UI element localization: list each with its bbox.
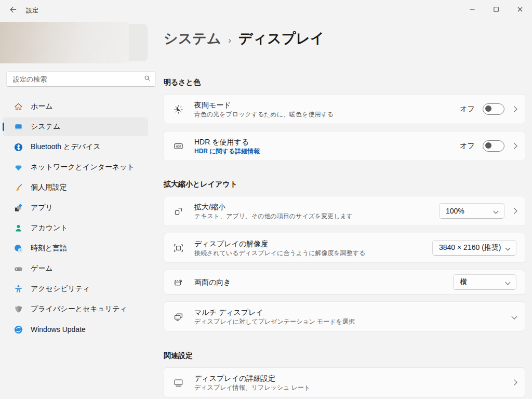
hdr-toggle[interactable] xyxy=(483,140,504,152)
sidebar-item-time-language[interactable]: 時刻と言語 xyxy=(3,239,148,258)
app-title: 設定 xyxy=(26,6,38,15)
sidebar-item-label: ゲーム xyxy=(31,264,53,273)
sidebar-item-home[interactable]: ホーム xyxy=(3,97,148,116)
minimize-icon xyxy=(469,5,475,15)
toggle-state-label: オフ xyxy=(460,104,475,114)
toggle-knob xyxy=(485,105,491,112)
multi-display-icon xyxy=(172,311,184,322)
sidebar-item-gaming[interactable]: ゲーム xyxy=(3,259,148,278)
chevron-right-icon xyxy=(511,379,517,385)
sidebar-item-label: プライバシーとセキュリティ xyxy=(31,304,127,314)
sidebar-item-label: アクセシビリティ xyxy=(31,284,90,294)
scale-dropdown-value: 100% xyxy=(446,207,464,215)
sidebar-item-accessibility[interactable]: アクセシビリティ xyxy=(3,280,148,298)
row-subtitle: ディスプレイに対してプレゼンテーション モードを選択 xyxy=(194,318,355,326)
accessibility-icon xyxy=(13,284,23,294)
expand-chevron-icon[interactable] xyxy=(511,313,517,319)
sidebar-item-label: アプリ xyxy=(31,203,53,212)
accounts-icon xyxy=(13,223,23,233)
bluetooth-icon xyxy=(13,142,23,152)
sidebar-item-accounts[interactable]: アカウント xyxy=(3,219,148,237)
breadcrumb-separator: › xyxy=(229,36,231,45)
chevron-right-icon xyxy=(511,208,517,214)
search-icon xyxy=(143,74,151,84)
row-title: 拡大/縮小 xyxy=(194,202,353,211)
night-mode-toggle[interactable] xyxy=(483,103,504,115)
maximize-icon xyxy=(493,5,499,15)
orientation-dropdown[interactable]: 横 xyxy=(453,274,516,290)
scale-dropdown[interactable]: 100% xyxy=(439,203,504,219)
selection-indicator xyxy=(3,123,4,131)
network-icon xyxy=(13,162,23,172)
maximize-button[interactable] xyxy=(484,0,508,20)
sidebar-item-label: ホーム xyxy=(31,102,53,111)
setting-row-resolution[interactable]: ディスプレイの解像度 接続されているディスプレイに合うように解像度を調整する 3… xyxy=(164,233,525,263)
system-icon xyxy=(13,122,23,132)
sidebar-item-bluetooth-devices[interactable]: Bluetooth とデバイス xyxy=(3,138,148,156)
back-button[interactable] xyxy=(4,3,22,18)
sidebar-item-personalization[interactable]: 個人用設定 xyxy=(3,178,148,197)
section-heading-related: 関連設定 xyxy=(164,351,525,361)
toggle-knob xyxy=(485,142,491,149)
breadcrumb-parent[interactable]: システム xyxy=(164,29,221,48)
settings-search[interactable] xyxy=(6,71,156,87)
sidebar-item-label: Windows Update xyxy=(31,325,86,334)
close-button[interactable] xyxy=(508,0,532,20)
row-title: HDR を使用する xyxy=(194,137,260,147)
page-title: ディスプレイ xyxy=(238,29,325,48)
minimize-button[interactable] xyxy=(460,0,484,20)
row-title: 夜間モード xyxy=(194,100,334,110)
sidebar-nav: ホーム システム Bluetooth とデバイス ネットワークとインターネット xyxy=(3,97,148,340)
apps-icon xyxy=(13,203,23,213)
chevron-down-icon xyxy=(494,208,499,214)
sidebar-item-system[interactable]: システム xyxy=(3,117,148,136)
setting-row-advanced-display[interactable]: ディスプレイの詳細設定 ディスプレイ情報、リフレッシュ レート xyxy=(164,367,525,397)
setting-row-scale[interactable]: 拡大/縮小 テキスト、アプリ、その他の項目のサイズを変更します 100% xyxy=(164,196,525,226)
personalization-icon xyxy=(13,182,23,193)
sidebar: ホーム システム Bluetooth とデバイス ネットワークとインターネット xyxy=(0,21,152,399)
hdr-info-link[interactable]: HDR に関する詳細情報 xyxy=(194,148,260,155)
sidebar-item-windows-update[interactable]: Windows Update xyxy=(3,320,148,339)
sidebar-item-label: Bluetooth とデバイス xyxy=(31,142,101,152)
sidebar-item-label: 時刻と言語 xyxy=(31,244,67,253)
chevron-right-icon xyxy=(511,143,517,149)
sidebar-item-label: ネットワークとインターネット xyxy=(31,163,135,172)
setting-row-orientation[interactable]: 画面の向き 横 xyxy=(164,270,525,295)
resolution-dropdown-value: 3840 × 2160 (推奨) xyxy=(439,243,501,252)
privacy-icon xyxy=(13,304,23,314)
close-icon xyxy=(517,5,523,15)
setting-row-night-mode[interactable]: 夜間モード 青色の光をブロックするために、暖色を使用する オフ xyxy=(164,94,525,124)
setting-row-hdr[interactable]: HDR HDR を使用する HDR に関する詳細情報 オフ xyxy=(164,131,525,161)
row-subtitle: 青色の光をブロックするために、暖色を使用する xyxy=(194,111,334,118)
sidebar-item-label: アカウント xyxy=(31,223,68,233)
sidebar-item-network-internet[interactable]: ネットワークとインターネット xyxy=(3,158,148,177)
sidebar-item-label: 個人用設定 xyxy=(31,183,67,192)
gaming-icon xyxy=(13,263,23,274)
sidebar-item-apps[interactable]: アプリ xyxy=(3,198,148,217)
search-input[interactable] xyxy=(12,75,143,84)
resolution-dropdown[interactable]: 3840 × 2160 (推奨) xyxy=(432,240,516,256)
titlebar: 設定 xyxy=(0,0,532,21)
advanced-display-icon xyxy=(172,377,184,388)
scale-icon xyxy=(172,205,184,217)
row-title: 画面の向き xyxy=(194,277,231,287)
back-arrow-icon xyxy=(9,6,17,16)
window-caption-buttons xyxy=(460,0,532,21)
section-heading-brightness: 明るさと色 xyxy=(164,78,525,87)
svg-text:HDR: HDR xyxy=(176,145,181,148)
time-language-icon xyxy=(13,243,23,254)
chevron-down-icon xyxy=(506,280,511,285)
home-icon xyxy=(13,101,23,112)
user-profile[interactable] xyxy=(0,22,129,63)
sidebar-item-label: システム xyxy=(31,122,60,131)
main-content: システム › ディスプレイ 明るさと色 夜間モード 青色の光をブロックするために… xyxy=(164,21,525,397)
orientation-icon xyxy=(172,276,184,288)
sidebar-item-privacy-security[interactable]: プライバシーとセキュリティ xyxy=(3,300,148,318)
chevron-right-icon xyxy=(511,106,517,112)
row-subtitle: 接続されているディスプレイに合うように解像度を調整する xyxy=(194,249,365,257)
row-title: ディスプレイの解像度 xyxy=(194,239,365,248)
setting-row-multi-display[interactable]: マルチ ディスプレイ ディスプレイに対してプレゼンテーション モードを選択 xyxy=(164,301,525,331)
resolution-icon xyxy=(172,242,184,254)
hdr-icon: HDR xyxy=(172,140,184,152)
toggle-state-label: オフ xyxy=(460,141,475,151)
